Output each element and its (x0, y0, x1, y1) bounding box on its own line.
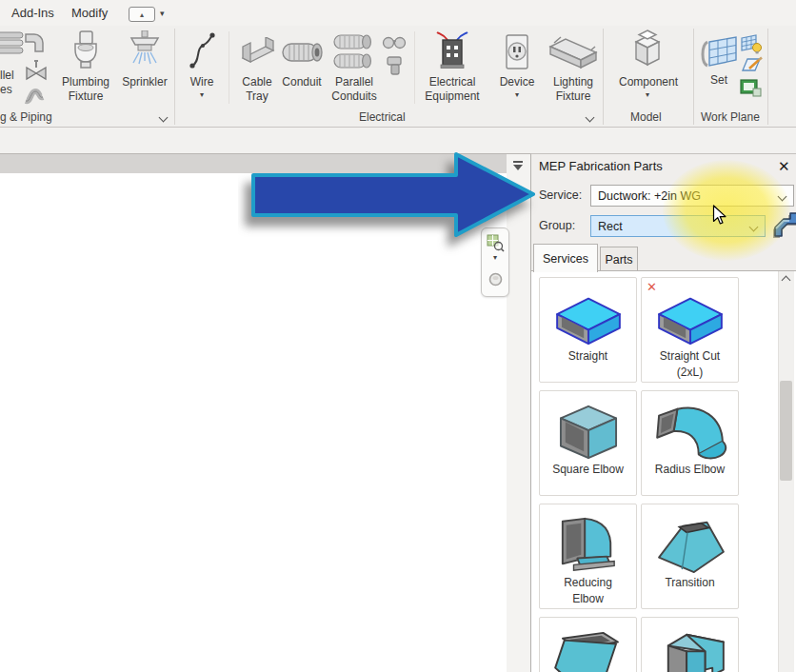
device-dropdown-caret-icon[interactable]: ▾ (497, 90, 537, 99)
show-work-plane-icon[interactable] (740, 33, 763, 54)
conduit-label: Conduit (279, 75, 325, 89)
close-icon[interactable]: ✕ (778, 159, 790, 173)
panel-label-work-plane: Work Plane (701, 110, 760, 124)
part-label: Straight Cut (660, 348, 720, 365)
parallel-pipes-icon[interactable] (0, 31, 25, 56)
device-label: Device (497, 75, 537, 89)
part-label: Reducing (564, 575, 612, 591)
ribbon-tab-row: Add-Ins Modify ▴ ▾ (0, 0, 796, 26)
zoom-tool-caret-icon[interactable]: ▾ (482, 253, 508, 262)
pipe-elbow-icon[interactable] (23, 30, 48, 55)
part-label-line2: Elbow (572, 591, 604, 607)
wire-dropdown-caret-icon[interactable]: ▾ (183, 90, 221, 99)
parallel-pipes-label-clipped: es (0, 83, 12, 97)
drawing-canvas[interactable] (0, 173, 510, 672)
wire-button[interactable]: Wire ▾ (183, 28, 221, 119)
component-dropdown-caret-icon[interactable]: ▾ (619, 90, 676, 99)
parallel-pipes-label-clipped: llel (0, 69, 14, 83)
panel-divider (603, 29, 604, 125)
panel-label-electrical: Electrical (359, 110, 406, 124)
sprinkler-icon (127, 30, 163, 72)
panel-dock-strip (507, 154, 530, 672)
part-card-straight[interactable]: Straight (539, 277, 637, 383)
set-button[interactable]: Set (698, 28, 740, 119)
group-chevron-down-icon (749, 223, 759, 232)
tab-parts[interactable]: Parts (600, 247, 638, 272)
lighting-fixture-icon (547, 33, 600, 71)
unavailable-x-icon: ✕ (647, 280, 657, 294)
tab-modify[interactable]: Modify (71, 6, 108, 20)
ribbon-minimize-button[interactable]: ▴ (129, 7, 155, 22)
sprinkler-button[interactable]: Sprinkler (119, 28, 170, 119)
part-label: Radius Elbow (655, 462, 725, 478)
offset-duct-icon (551, 627, 626, 672)
lighting-fixture-button[interactable]: Lighting Fixture (545, 28, 602, 119)
scrollbar-thumb[interactable] (780, 381, 792, 481)
parallel-conduits-icon (332, 31, 376, 73)
ref-plane-icon[interactable] (741, 55, 764, 76)
parts-list: Straight ✕ Straight Cut (2xL) (531, 270, 796, 672)
component-button[interactable]: Component ▾ (619, 28, 676, 119)
viewer-icon[interactable] (740, 78, 762, 98)
part-label: Transition (665, 575, 714, 591)
work-plane-set-icon (700, 30, 740, 70)
square-elbow-icon (551, 401, 626, 462)
route-fill-duct-icon[interactable] (770, 209, 796, 242)
part-card-radius-elbow[interactable]: Radius Elbow (641, 390, 739, 496)
view-top-band (0, 154, 507, 173)
cable-tray-icon (239, 37, 277, 68)
steering-wheel-icon[interactable] (488, 272, 503, 287)
service-dropdown-value: Ductwork: +2in WG (598, 189, 701, 203)
revit-window: Add-Ins Modify ▴ ▾ llel es (0, 0, 796, 672)
panel-title: MEP Fabrication Parts (539, 159, 663, 173)
wire-icon (189, 31, 217, 71)
parts-scrollbar[interactable] (778, 271, 794, 672)
options-bar (0, 128, 796, 154)
panel-label-model: Model (630, 110, 662, 124)
conduit-fitting-icon[interactable] (382, 34, 407, 51)
component-label: Component (619, 75, 676, 89)
zoom-tool-icon[interactable] (487, 234, 505, 252)
sprinkler-label: Sprinkler (119, 75, 170, 89)
parallel-conduits-button[interactable]: Parallel Conduits (330, 28, 378, 119)
part-label-line2: (2xL) (677, 365, 703, 381)
panel-divider (174, 29, 175, 125)
radius-elbow-icon (653, 401, 727, 462)
panel-divider (767, 29, 768, 125)
part-card-corner[interactable] (641, 617, 739, 672)
flex-pipe-icon[interactable] (23, 85, 46, 106)
service-chevron-down-icon (778, 192, 787, 202)
part-label: Square Elbow (552, 462, 624, 478)
part-label: Straight (568, 348, 607, 365)
cable-tray-label: Cable Tray (236, 75, 278, 104)
wire-label: Wire (183, 75, 221, 89)
group-divider (414, 31, 415, 104)
component-icon (628, 29, 667, 70)
part-card-square-elbow[interactable]: Square Elbow (539, 390, 637, 496)
scroll-up-icon[interactable] (782, 276, 791, 286)
conduit-icon (281, 37, 323, 68)
electrical-equipment-button[interactable]: Electrical Equipment (425, 28, 480, 119)
pipe-valve-icon[interactable] (25, 58, 48, 83)
electrical-equipment-icon (433, 30, 471, 73)
panel-label-piping: g & Piping (0, 110, 52, 124)
cable-tray-button[interactable]: Cable Tray (236, 28, 278, 119)
plumbing-fixture-button[interactable]: Plumbing Fixture (57, 28, 114, 119)
group-dropdown[interactable]: Rect (590, 215, 766, 237)
device-button[interactable]: Device ▾ (497, 28, 537, 119)
service-dropdown[interactable]: Ductwork: +2in WG (590, 185, 794, 207)
part-card-reducing-elbow[interactable]: Reducing Elbow (539, 504, 637, 609)
part-card-offset[interactable] (539, 617, 637, 672)
panel-autohide-icon[interactable] (513, 160, 524, 171)
tab-services[interactable]: Services (533, 244, 598, 272)
ribbon-minimize-icon: ▴ (140, 10, 144, 19)
conduit-button[interactable]: Conduit (279, 28, 325, 119)
ribbon-minimize-caret-icon[interactable]: ▾ (160, 9, 165, 18)
part-card-transition[interactable]: Transition (641, 504, 739, 609)
group-dropdown-value: Rect (598, 220, 623, 233)
part-card-straight-cut[interactable]: ✕ Straight Cut (2xL) (641, 277, 739, 383)
surface-fitting-icon[interactable] (385, 55, 406, 78)
tab-add-ins[interactable]: Add-Ins (11, 6, 54, 20)
electrical-equipment-label: Electrical Equipment (425, 75, 480, 104)
service-label: Service: (539, 188, 582, 202)
